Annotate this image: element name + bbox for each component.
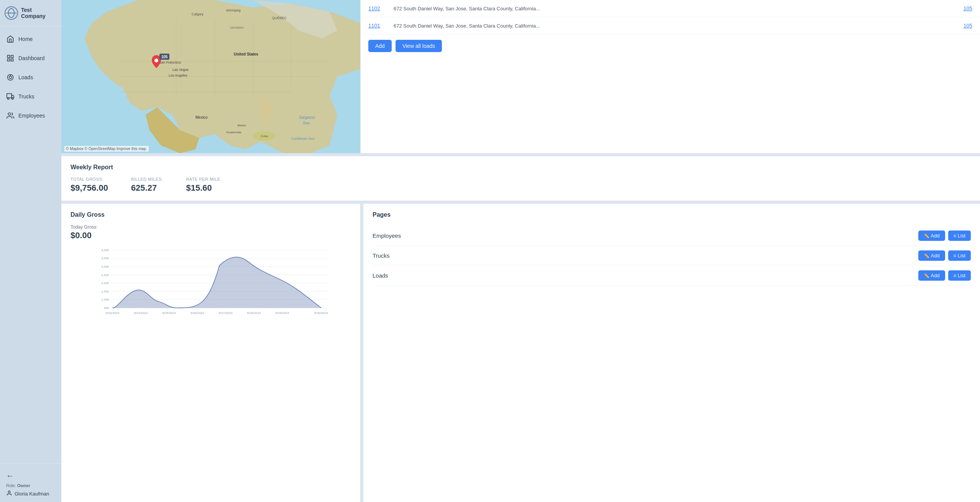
list-icon: ≡ <box>954 233 956 239</box>
chart-svg: 4,000 3,500 3,000 2,500 2,000 1,500 1,00… <box>71 247 351 316</box>
pencil-icon-trucks: ✏️ <box>924 253 929 258</box>
main-content: San Francisco Las Vegas Los Angeles Unit… <box>61 0 980 502</box>
svg-point-8 <box>9 76 12 79</box>
sidebar-item-dashboard-label: Dashboard <box>18 55 45 61</box>
loads-page-add-button[interactable]: ✏️ Add <box>918 270 945 281</box>
loads-actions: Add View all loads <box>361 34 980 57</box>
pages-employees-row: Employees ✏️ Add ≡ List <box>373 226 971 246</box>
svg-point-15 <box>8 491 10 493</box>
svg-text:3,000: 3,000 <box>101 265 109 268</box>
svg-point-33 <box>154 59 158 62</box>
sidebar-item-loads-label: Loads <box>18 74 33 80</box>
sidebar-item-employees[interactable]: Employees <box>0 106 61 125</box>
svg-text:1,000: 1,000 <box>101 298 109 301</box>
pages-loads-actions: ✏️ Add ≡ List <box>918 270 971 281</box>
svg-text:9/23/2023: 9/23/2023 <box>106 311 120 315</box>
sidebar-item-dashboard[interactable]: Dashboard <box>0 49 61 68</box>
load-num-0[interactable]: 105 <box>964 5 972 11</box>
pages-title: Pages <box>373 211 971 218</box>
svg-rect-5 <box>11 59 13 61</box>
daily-gross: Daily Gross Today Gross: $0.00 <box>61 204 360 502</box>
sidebar-item-employees-label: Employees <box>18 113 45 119</box>
trucks-list-button[interactable]: ≡ List <box>948 250 971 261</box>
svg-text:9/25/2023: 9/25/2023 <box>162 311 176 315</box>
svg-marker-11 <box>11 95 14 98</box>
sidebar-nav: Home Dashboard Loads Trucks Employees <box>0 26 61 463</box>
svg-text:QUÉBEC: QUÉBEC <box>272 16 287 20</box>
load-address-0: 672 South Daniel Way, San Jose, Santa Cl… <box>394 6 957 11</box>
svg-text:Winnipeg: Winnipeg <box>226 8 241 12</box>
svg-rect-6 <box>8 59 10 61</box>
pages-employees-actions: ✏️ Add ≡ List <box>918 231 971 241</box>
stat-total-gross: TOTAL GROSS: $9,756.00 <box>71 177 108 193</box>
pages-panel: Pages Employees ✏️ Add ≡ List Trucks <box>363 204 980 502</box>
employees-list-button[interactable]: ≡ List <box>948 231 971 241</box>
svg-text:9/26/2023: 9/26/2023 <box>190 311 204 315</box>
sidebar-item-loads[interactable]: Loads <box>0 68 61 87</box>
svg-point-14 <box>8 113 11 116</box>
stat-billed-miles-label: BILLED MILES: <box>131 177 163 182</box>
trucks-icon <box>6 92 15 101</box>
pages-trucks-actions: ✏️ Add ≡ List <box>918 250 971 261</box>
list-icon-trucks: ≡ <box>954 253 956 258</box>
user-info: Gloria Kaufman <box>6 490 55 497</box>
svg-text:1,500: 1,500 <box>101 290 109 293</box>
loads-panel: 1102 672 South Daniel Way, San Jose, San… <box>360 0 980 153</box>
weekly-report-title: Weekly Report <box>71 164 971 171</box>
dashboard-icon <box>6 54 15 62</box>
svg-text:3,500: 3,500 <box>101 257 109 260</box>
svg-text:Belize: Belize <box>238 124 246 127</box>
sidebar-logo: Test Company <box>0 0 61 26</box>
load-num-1[interactable]: 105 <box>964 23 972 29</box>
sidebar-item-home[interactable]: Home <box>0 29 61 49</box>
loads-add-button[interactable]: Add <box>368 40 392 52</box>
stat-billed-miles: BILLED MILES: 625.27 <box>131 177 163 193</box>
pages-employees-name: Employees <box>373 232 401 239</box>
trucks-add-button[interactable]: ✏️ Add <box>918 250 945 261</box>
svg-text:500: 500 <box>104 306 109 310</box>
employees-add-button[interactable]: ✏️ Add <box>918 231 945 241</box>
user-name: Gloria Kaufman <box>15 491 49 497</box>
stat-rate-per-mile: RATE PER MILE: $15.60 <box>186 177 222 193</box>
load-address-1: 672 South Daniel Way, San Jose, Santa Cl… <box>394 23 957 29</box>
logo-icon <box>5 6 18 20</box>
bottom-row: Daily Gross Today Gross: $0.00 <box>61 204 980 502</box>
top-row: San Francisco Las Vegas Los Angeles Unit… <box>61 0 980 153</box>
pages-loads-name: Loads <box>373 272 388 279</box>
svg-text:2,500: 2,500 <box>101 273 109 277</box>
svg-text:San Francisco: San Francisco <box>159 61 181 64</box>
sidebar-item-home-label: Home <box>18 36 33 42</box>
svg-rect-3 <box>8 56 10 58</box>
sidebar-item-trucks[interactable]: Trucks <box>0 87 61 106</box>
pencil-icon: ✏️ <box>924 233 929 239</box>
loads-row-1: 1101 672 South Daniel Way, San Jose, San… <box>361 17 980 34</box>
sidebar-bottom: ← Role: Owner Gloria Kaufman <box>0 463 61 502</box>
svg-text:Calgary: Calgary <box>192 12 204 16</box>
svg-text:9/29/2023: 9/29/2023 <box>275 311 289 315</box>
stat-total-gross-label: TOTAL GROSS: <box>71 177 108 182</box>
svg-rect-10 <box>7 94 11 98</box>
stat-billed-miles-value: 625.27 <box>131 183 163 193</box>
pencil-icon-loads: ✏️ <box>924 273 929 278</box>
load-id-0[interactable]: 1102 <box>368 5 387 11</box>
svg-text:4,000: 4,000 <box>101 249 109 252</box>
svg-text:Cuba: Cuba <box>261 134 268 138</box>
svg-text:2,000: 2,000 <box>101 281 109 285</box>
view-all-loads-button[interactable]: View all loads <box>396 40 442 52</box>
back-button[interactable]: ← <box>6 468 55 483</box>
svg-rect-4 <box>11 56 13 58</box>
svg-text:Mexico: Mexico <box>195 115 208 119</box>
stat-rate-per-mile-value: $15.60 <box>186 183 222 193</box>
svg-text:9/28/2023: 9/28/2023 <box>247 311 261 315</box>
load-id-1[interactable]: 1101 <box>368 23 387 29</box>
sidebar-item-trucks-label: Trucks <box>18 93 34 100</box>
list-icon-loads: ≡ <box>954 273 956 278</box>
loads-page-list-button[interactable]: ≡ List <box>948 270 971 281</box>
company-name: Test Company <box>21 7 57 19</box>
svg-text:105: 105 <box>161 55 168 59</box>
svg-text:Sargasso: Sargasso <box>299 115 315 119</box>
daily-gross-title: Daily Gross <box>71 211 351 218</box>
svg-text:9/30/2023: 9/30/2023 <box>314 311 328 315</box>
chart-area: 4,000 3,500 3,000 2,500 2,000 1,500 1,00… <box>71 247 351 316</box>
home-icon <box>6 35 15 43</box>
